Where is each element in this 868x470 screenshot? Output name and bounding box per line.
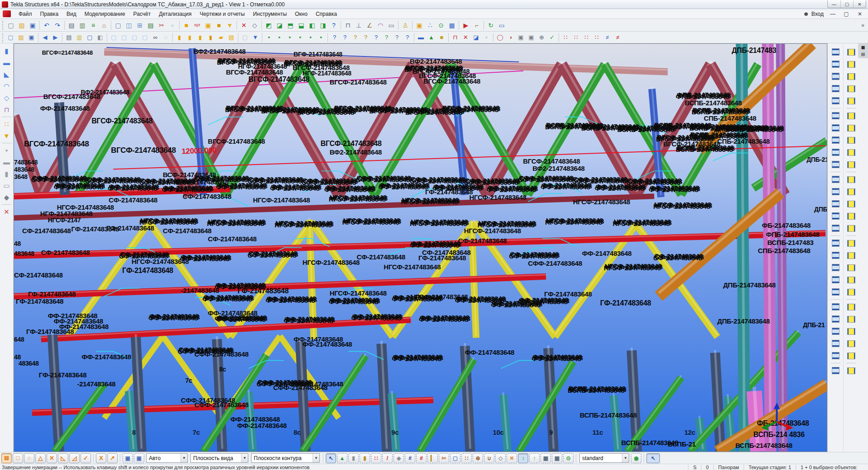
- mdi-minimize-button[interactable]: —: [828, 11, 837, 17]
- inquire-object-button[interactable]: ?: [329, 33, 340, 42]
- connection-component-button[interactable]: [845, 95, 858, 107]
- connection-component-button[interactable]: [829, 262, 842, 273]
- steel-beam-button[interactable]: ▬: [1, 57, 13, 68]
- stamp-2-button[interactable]: ▣: [526, 33, 536, 42]
- new-model-button[interactable]: ▢: [5, 20, 16, 30]
- snap-circle-button[interactable]: ○: [24, 453, 34, 463]
- select-shaded-button[interactable]: ▮: [360, 453, 370, 463]
- connection-component-button[interactable]: [829, 274, 842, 286]
- inquire-add-button[interactable]: ?: [381, 33, 392, 42]
- red-dots-1-button[interactable]: ∷: [560, 33, 571, 42]
- funnel-button[interactable]: ▼: [224, 20, 235, 30]
- inquire-weld-button[interactable]: ?: [371, 33, 381, 42]
- select-candle-button[interactable]: ▎: [427, 453, 438, 463]
- back-button[interactable]: ◀: [40, 33, 50, 42]
- select-line-button[interactable]: /: [382, 453, 393, 463]
- fit-selected-button[interactable]: ◪: [274, 20, 285, 30]
- model-3d-scene[interactable]: ВГСФ-2147483648ВГСФ-2147483648ВГСФ-21474…: [14, 44, 827, 451]
- snap-4-button[interactable]: ▪: [295, 33, 305, 42]
- plane-box-button[interactable]: ▭: [386, 20, 397, 30]
- connection-component-button[interactable]: [845, 222, 858, 234]
- connection-component-button[interactable]: [829, 338, 842, 349]
- open-model-button[interactable]: ▨: [16, 20, 27, 30]
- connection-component-button[interactable]: [829, 159, 842, 170]
- snap-5-button[interactable]: ▪: [305, 33, 316, 42]
- refresh-button[interactable]: ↻: [485, 20, 496, 30]
- snap-check-button[interactable]: ✓: [81, 453, 91, 463]
- toolbar-grip[interactable]: [2, 21, 4, 30]
- steel-column-button[interactable]: ▮: [1, 45, 13, 56]
- grid-view-button[interactable]: ⊞: [134, 20, 145, 30]
- connection-component-button[interactable]: [829, 350, 842, 362]
- select-cube-button[interactable]: ▣: [134, 453, 144, 463]
- copy-button[interactable]: ▤: [66, 20, 77, 30]
- inquire-bolt-button[interactable]: ?: [360, 33, 371, 42]
- select-points-button[interactable]: ∷: [371, 453, 381, 463]
- connection-component-button[interactable]: [829, 122, 842, 134]
- contour-plate-button[interactable]: ◇: [1, 92, 13, 103]
- snap-triangle-button[interactable]: △: [35, 453, 46, 463]
- worker-button[interactable]: ♙: [400, 20, 411, 30]
- xyz-button[interactable]: xyz: [192, 20, 203, 30]
- steel-curved-beam-button[interactable]: ◠: [1, 80, 13, 92]
- folder-yellow-button[interactable]: ■: [181, 20, 192, 30]
- connection-component-button[interactable]: [845, 110, 858, 122]
- connection-component-button[interactable]: [845, 174, 858, 185]
- connection-component-button[interactable]: [845, 262, 858, 273]
- pane-3-button[interactable]: ▢: [129, 33, 140, 42]
- mdi-restore-button[interactable]: ▢: [842, 11, 851, 17]
- snap-3-button[interactable]: ▪: [285, 33, 295, 42]
- connection-component-button[interactable]: [845, 338, 858, 349]
- stamp-1-button[interactable]: ▣: [516, 33, 526, 42]
- connection-component-button[interactable]: [845, 83, 858, 94]
- select-diamond-button[interactable]: ◆: [394, 453, 404, 463]
- weld-button[interactable]: ▼: [1, 130, 13, 141]
- red-diag-button[interactable]: ✕: [460, 33, 471, 42]
- forward-button[interactable]: ▶: [50, 33, 61, 42]
- menu-справка[interactable]: Справка: [312, 10, 341, 18]
- circle-2-button[interactable]: ◑: [505, 33, 516, 42]
- close-button[interactable]: ✕: [853, 0, 866, 8]
- connection-component-button[interactable]: [845, 46, 858, 58]
- connection-component-button[interactable]: [829, 186, 842, 197]
- fit-work-area-button[interactable]: ◩: [263, 20, 274, 30]
- hash-red-button[interactable]: ≠: [612, 33, 623, 42]
- save2-button[interactable]: ▣: [26, 33, 37, 42]
- snap-mode-combo[interactable]: Авто▼: [146, 453, 188, 463]
- fit-model-button[interactable]: ⬒: [285, 20, 296, 30]
- connection-component-button[interactable]: [829, 222, 842, 234]
- cube-button[interactable]: ◇: [249, 20, 260, 30]
- lasso-button[interactable]: ◌: [161, 33, 171, 42]
- select-phase-button[interactable]: ⊙: [563, 453, 574, 463]
- screen-2-button[interactable]: ▮: [185, 33, 195, 42]
- connection-component-button[interactable]: [829, 70, 842, 82]
- menu-вид[interactable]: Вид: [62, 10, 81, 18]
- ruler-button[interactable]: ▭: [496, 20, 507, 30]
- bolts-button[interactable]: ∷: [1, 118, 13, 130]
- concrete-strip-button[interactable]: ▬: [1, 156, 13, 168]
- pane-1-button[interactable]: ▢: [109, 33, 119, 42]
- connection-component-button[interactable]: [829, 210, 842, 222]
- blue-diag-button[interactable]: ◪: [471, 33, 481, 42]
- select-updown-button[interactable]: ↕: [518, 453, 528, 463]
- connection-component-button[interactable]: [845, 159, 858, 170]
- menu-инструменты[interactable]: Инструменты: [249, 10, 291, 18]
- snap-points-button[interactable]: □: [13, 453, 23, 463]
- connection-component-button[interactable]: [845, 186, 858, 197]
- select-components-button[interactable]: ▲: [337, 453, 347, 463]
- snap-corner-button[interactable]: ◺: [58, 453, 68, 463]
- menu-окно[interactable]: Окно: [291, 10, 312, 18]
- ortho-cube-button[interactable]: ▣: [123, 453, 133, 463]
- connection-component-button[interactable]: [845, 350, 858, 362]
- red-frame-button[interactable]: ⊓: [450, 33, 460, 42]
- work-plane-combo[interactable]: Плоскость вида▼: [190, 453, 248, 463]
- connection-component-button[interactable]: [845, 301, 858, 313]
- connection-component-button[interactable]: [829, 46, 842, 58]
- connection-component-button[interactable]: [829, 301, 842, 313]
- inquire-world-button[interactable]: ?: [340, 33, 350, 42]
- connection-component-button[interactable]: [829, 325, 842, 337]
- concrete-pad-button[interactable]: ▪: [1, 145, 13, 156]
- fly-button[interactable]: ◨: [318, 20, 328, 30]
- menu-правка[interactable]: Правка: [36, 10, 63, 18]
- folder-up-button[interactable]: ■: [213, 20, 224, 30]
